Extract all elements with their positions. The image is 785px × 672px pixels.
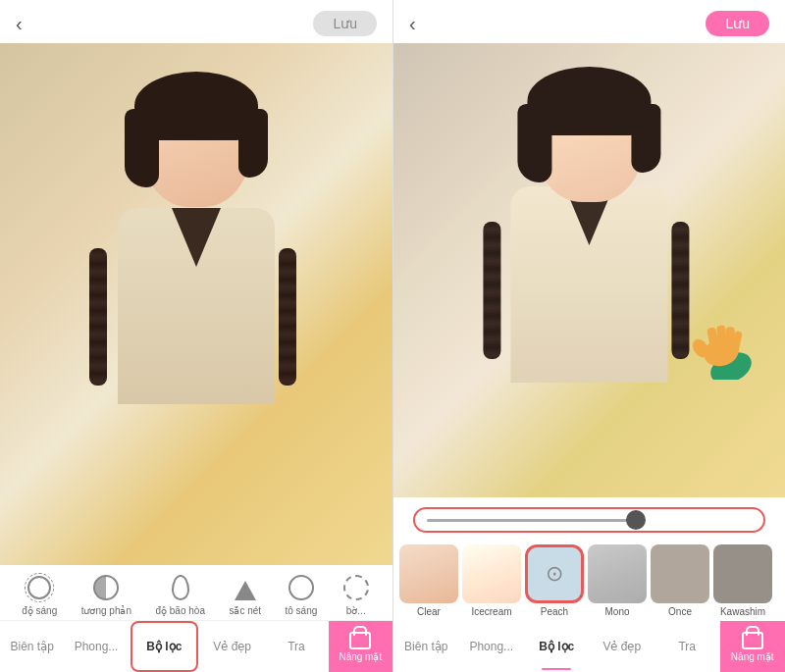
- head: [142, 79, 250, 207]
- right-person: [423, 66, 756, 497]
- left-save-button[interactable]: Lưu: [313, 11, 377, 36]
- nav-edit-right[interactable]: Biên tập: [393, 621, 459, 672]
- left-main-nav: Biên tập Phong... Bộ lọc Vẻ đẹp Tra Nâng…: [0, 621, 392, 672]
- triangle-icon: [233, 577, 258, 598]
- saturation-item[interactable]: độ bão hòa: [155, 573, 205, 616]
- filter-once-label: Once: [668, 606, 692, 617]
- right-image-area: [393, 43, 785, 497]
- sharpness-item[interactable]: sắc nét: [229, 573, 261, 616]
- filter-mono-img: [588, 544, 647, 603]
- nav-beauty-right[interactable]: Vẻ đẹp: [590, 621, 655, 672]
- nav-enhance-right[interactable]: Nâng mặt: [720, 621, 786, 672]
- body: [118, 208, 275, 404]
- right-hair-top: [527, 67, 651, 135]
- nav-beauty-left[interactable]: Vẻ đẹp: [200, 621, 264, 672]
- filter-clear-label: Clear: [417, 606, 441, 617]
- nav-filter-label: Bộ lọc: [146, 640, 182, 653]
- nav-enhance-left[interactable]: Nâng mặt: [329, 621, 392, 672]
- contrast-label: tương phản: [81, 605, 131, 616]
- slider-thumb[interactable]: [626, 510, 646, 530]
- left-person: [29, 70, 363, 565]
- filter-mono[interactable]: Mono: [588, 544, 647, 617]
- slider-area: [393, 497, 785, 541]
- icecream-face: [462, 544, 521, 603]
- nav-tools-left[interactable]: Tra: [264, 621, 328, 672]
- nav-tools-right[interactable]: Tra: [654, 621, 720, 672]
- bag-icon-left: [349, 632, 371, 649]
- dashed-circle-icon: [343, 575, 369, 600]
- filter-mono-label: Mono: [604, 606, 629, 617]
- clear-face: [399, 544, 458, 603]
- saturation-label: độ bão hòa: [155, 605, 205, 616]
- filter-clear[interactable]: Clear: [399, 544, 458, 617]
- right-head: [535, 75, 643, 202]
- filter-icecream-img: [462, 544, 521, 603]
- filter-peach-label: Peach: [541, 606, 568, 617]
- nav-filter-right[interactable]: Bộ lọc: [524, 621, 590, 672]
- hair-top: [134, 72, 258, 140]
- filter-icecream[interactable]: Icecream: [462, 544, 521, 617]
- right-header: ‹ Lưu: [393, 0, 785, 43]
- brightness-item[interactable]: độ sáng: [22, 573, 57, 616]
- nav-filter-label-r: Bộ lọc: [539, 640, 574, 653]
- highlight-item[interactable]: tô sáng: [285, 573, 317, 616]
- right-body: [510, 186, 667, 383]
- highlight-label: tô sáng: [285, 605, 317, 616]
- highlight-icon: [287, 573, 316, 602]
- filter-thumbs-row: Clear Icecream Peach Mono: [393, 541, 785, 621]
- contrast-icon: [91, 573, 121, 602]
- nav-tools-label-r: Tra: [678, 640, 696, 653]
- nav-edit-left[interactable]: Biên tập: [0, 621, 64, 672]
- right-back-button[interactable]: ‹: [409, 13, 416, 35]
- braid-right: [279, 248, 296, 386]
- sharpness-label: sắc nét: [229, 605, 261, 616]
- sun-icon: [27, 576, 51, 599]
- bag-icon-right: [742, 632, 763, 649]
- blur-item[interactable]: bờ...: [341, 573, 371, 616]
- collar: [172, 208, 221, 267]
- filter-once-img: [651, 544, 709, 603]
- nav-enhance-label-r: Nâng mặt: [731, 651, 774, 662]
- brightness-icon: [25, 573, 54, 602]
- braid-left: [89, 248, 107, 386]
- nav-filter-left[interactable]: Bộ lọc: [131, 621, 198, 672]
- blur-label: bờ...: [346, 605, 366, 616]
- nav-edit-label-r: Biên tập: [404, 640, 447, 653]
- filter-kawashim-img: [713, 544, 772, 603]
- nav-enhance-label: Nâng mặt: [339, 651, 382, 662]
- nav-photo-right[interactable]: Phong...: [459, 621, 525, 672]
- left-header: ‹ Lưu: [0, 0, 392, 43]
- left-image-area: [0, 43, 392, 565]
- drop-icon: [172, 575, 189, 600]
- left-toolbar: độ sáng tương phản độ bão hòa sắc nét: [0, 565, 392, 672]
- filter-kawashim[interactable]: Kawashim: [713, 544, 772, 617]
- filter-clear-img: [399, 544, 458, 603]
- nav-tools-label: Tra: [288, 640, 305, 653]
- nav-photo-left[interactable]: Phong...: [64, 621, 128, 672]
- filter-peach[interactable]: Peach: [525, 544, 584, 617]
- blur-icon: [341, 573, 371, 602]
- right-toolbar: Clear Icecream Peach Mono: [393, 497, 785, 672]
- slider-fill: [427, 519, 636, 522]
- nav-photo-label: Phong...: [75, 640, 119, 653]
- kawashim-face: [713, 544, 772, 603]
- nav-edit-label: Biên tập: [10, 640, 53, 653]
- contrast-item[interactable]: tương phản: [81, 573, 131, 616]
- filter-icecream-label: Icecream: [471, 606, 511, 617]
- saturation-icon: [166, 573, 195, 602]
- right-braid-left: [483, 222, 500, 359]
- right-save-button[interactable]: Lưu: [706, 11, 769, 36]
- filter-slider[interactable]: [413, 507, 765, 533]
- filter-icons-row: độ sáng tương phản độ bão hòa sắc nét: [0, 565, 392, 621]
- nav-beauty-label-r: Vẻ đẹp: [602, 640, 641, 653]
- left-back-button[interactable]: ‹: [16, 13, 23, 35]
- sharpness-icon: [231, 573, 260, 602]
- right-main-nav: Biên tập Phong... Bộ lọc Vẻ đẹp Tra Nâng…: [393, 621, 785, 672]
- once-face: [651, 544, 709, 603]
- right-panel: ‹ Lưu: [392, 0, 785, 672]
- filter-peach-img: [525, 544, 584, 603]
- left-panel: ‹ Lưu độ: [0, 0, 392, 672]
- filter-once[interactable]: Once: [651, 544, 709, 617]
- right-braid-right: [671, 222, 689, 359]
- filter-kawashim-label: Kawashim: [720, 606, 765, 617]
